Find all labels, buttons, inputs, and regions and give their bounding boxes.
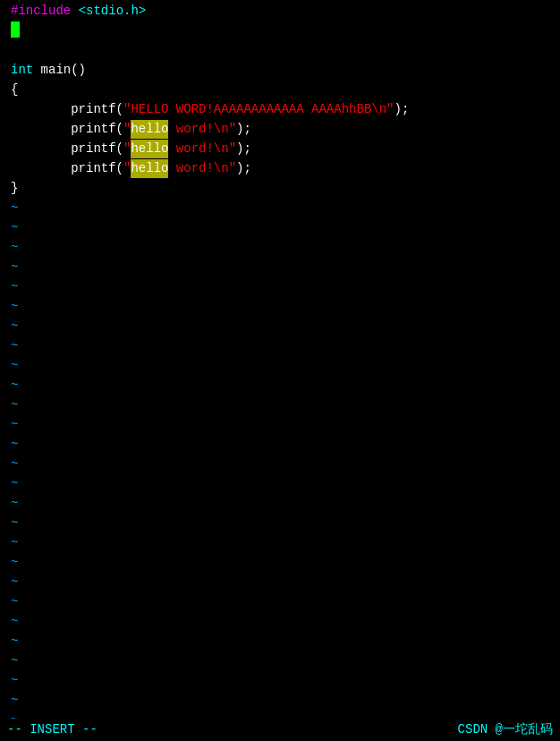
vim-mode: -- INSERT -- [7,720,98,739]
printf3-hello: hello [131,140,168,158]
tilde-char: ~ [11,455,21,473]
tilde-char: ~ [11,435,21,454]
tilde-line-9: ~ [11,356,553,376]
cursor-block [11,21,20,38]
printf3-end: ); [236,140,251,158]
status-bar: -- INSERT -- CSDN @一坨乱码 [0,719,560,741]
tilde-char: ~ [11,533,21,552]
tilde-char: ~ [11,691,21,710]
tilde-line-14: ~ [11,455,553,474]
tilde-line-3: ~ [11,238,553,258]
tilde-line-17: ~ [11,514,553,533]
main-func: main() [41,61,86,80]
printf1-end: ); [394,100,409,119]
tilde-line-13: ~ [11,435,553,455]
printf4-func: printf( [11,159,123,178]
tilde-char: ~ [11,317,21,336]
tilde-char: ~ [11,238,21,257]
tilde-line-15: ~ [11,474,553,494]
printf4-quote-open: " [123,159,131,178]
printf2-end: ); [236,120,251,139]
printf3-rest: word!\n" [168,140,236,158]
printf2-rest: word!\n" [168,120,236,139]
printf2-func: printf( [11,120,123,139]
tilde-line-21: ~ [11,592,553,612]
include-header: <stdio.h> [79,2,147,21]
tilde-char: ~ [11,652,21,670]
tilde-line-6: ~ [11,297,553,317]
tilde-line-22: ~ [11,612,553,632]
tilde-char: ~ [11,671,21,690]
line-printf3: printf("hello word!\n"); [11,140,553,159]
tilde-char: ~ [11,199,21,217]
tilde-line-25: ~ [11,671,553,691]
line-main-sig: int main() [11,61,553,81]
tilde-char: ~ [11,592,21,611]
tilde-line-16: ~ [11,494,553,514]
line-cursor [11,21,553,41]
brace-close: } [11,179,18,198]
printf1-str: "HELLO WORD!AAAAAAAAAAAA AAAAhhBB\n" [123,100,394,119]
tilde-char: ~ [11,415,21,434]
tilde-line-18: ~ [11,533,553,553]
tilde-line-10: ~ [11,376,553,396]
tilde-char: ~ [11,612,21,631]
line-blank1 [11,41,553,61]
tilde-line-4: ~ [11,258,553,277]
tilde-char: ~ [11,297,21,316]
printf2-hello: hello [131,120,168,139]
line-brace-open: { [11,81,553,100]
line-printf2: printf("hello word!\n"); [11,120,553,140]
tilde-line-26: ~ [11,691,553,711]
tilde-char: ~ [11,494,21,513]
credit-label: CSDN @一坨乱码 [458,720,553,739]
tilde-line-20: ~ [11,573,553,592]
tilde-char: ~ [11,553,21,572]
line-include: #include <stdio.h> [11,2,553,21]
printf1-func: printf( [11,100,123,119]
tilde-char: ~ [11,474,21,493]
tilde-line-1: ~ [11,199,553,218]
tilde-char: ~ [11,514,21,532]
tilde-line-8: ~ [11,336,553,356]
code-content: #include <stdio.h> int main() { printf("… [0,2,560,741]
tilde-char: ~ [11,336,21,355]
tilde-char: ~ [11,632,21,651]
tilde-line-5: ~ [11,277,553,297]
tilde-char: ~ [11,258,21,277]
tilde-line-19: ~ [11,553,553,573]
printf3-func: printf( [11,140,123,158]
line-printf1: printf("HELLO WORD!AAAAAAAAAAAA AAAAhhBB… [11,100,553,120]
line-brace-close: } [11,179,553,199]
tilde-line-24: ~ [11,652,553,671]
tilde-char: ~ [11,396,21,414]
tilde-line-7: ~ [11,317,553,336]
code-editor: #include <stdio.h> int main() { printf("… [0,0,560,741]
tilde-line-2: ~ [11,218,553,238]
brace-open: { [11,81,18,99]
line-printf4: printf("hello word!\n"); [11,159,553,179]
tilde-char: ~ [11,218,21,237]
tilde-char: ~ [11,277,21,296]
tilde-line-12: ~ [11,415,553,435]
printf3-quote-open: " [123,140,131,158]
printf4-end: ); [236,159,251,178]
tilde-char: ~ [11,376,21,395]
tilde-char: ~ [11,573,21,592]
include-keyword: #include [11,2,79,21]
int-keyword: int [11,61,41,80]
printf2-quote-open: " [123,120,131,139]
printf4-rest: word!\n" [168,159,236,178]
printf4-hello: hello [131,159,168,178]
tilde-char: ~ [11,356,21,375]
tilde-line-23: ~ [11,632,553,652]
tilde-line-11: ~ [11,396,553,415]
